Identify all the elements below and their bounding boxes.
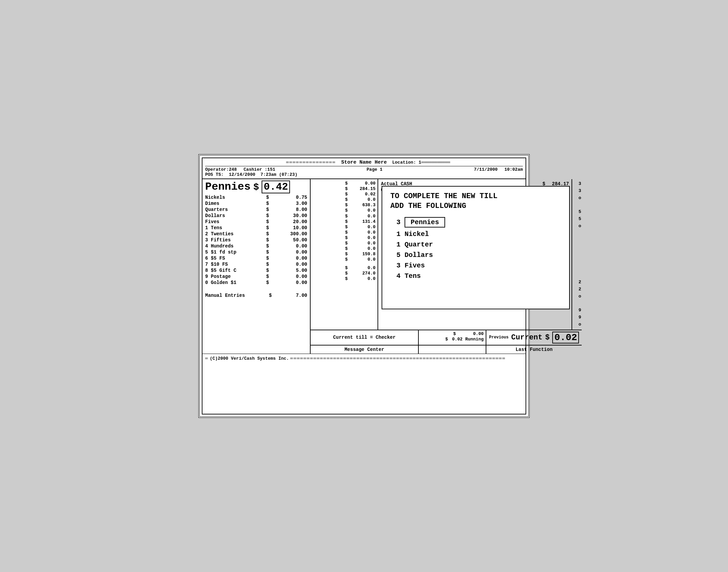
mid-row-17: $ 274.0 xyxy=(313,271,375,276)
equals-left: ═══════════════ xyxy=(205,160,336,165)
manual-entries-row: Manual Entries $ 7.00 xyxy=(205,293,307,298)
5fs-amount: 0.00 xyxy=(284,256,307,261)
golden-row: 0 Golden $1 $ 0.00 xyxy=(205,280,307,285)
fifties-label: 3 Fifties xyxy=(205,237,249,243)
popup-dollars-qty: 5 xyxy=(390,251,401,259)
far-right-5: 5 xyxy=(579,216,581,223)
message-center-label: Message Center xyxy=(344,347,384,352)
far-right-12 xyxy=(579,265,581,272)
far-right-1: 3 xyxy=(579,188,581,195)
quarters-amount: 8.00 xyxy=(284,207,307,212)
nickels-amount: 0.75 xyxy=(284,195,307,200)
datetime-info: 7/11/2000 10:02am xyxy=(474,167,523,172)
mid-row-7: $ 0.0 xyxy=(313,214,375,219)
prev-label: Previous xyxy=(489,335,509,340)
dimes-dollar: $ xyxy=(264,201,269,206)
popup-dollars-label: Dollars xyxy=(405,251,433,259)
manual-entries-label: Manual Entries xyxy=(205,293,245,298)
postage-dollar: $ xyxy=(264,274,269,279)
postage-amount: 0.00 xyxy=(284,274,307,279)
fd-stp-dollar: $ xyxy=(264,249,269,255)
current-dollar: $ xyxy=(545,333,550,342)
current-value: 0.02 xyxy=(552,332,579,343)
pennies-row: Pennies $ 0.42 xyxy=(205,181,307,193)
mid-row-5: $ 0.0 xyxy=(313,208,375,213)
far-right-17 xyxy=(579,300,581,307)
far-right-10 xyxy=(579,251,581,258)
far-right-3 xyxy=(579,201,581,209)
dollars-label: Dollars xyxy=(205,213,249,218)
popup-pennies-qty: 3 xyxy=(390,218,401,226)
mid-row-4: $ 638.3 xyxy=(313,202,375,208)
mid-row-16: $ 0.0 xyxy=(313,265,375,270)
twenties-dollar: $ xyxy=(264,231,269,237)
mid-row-11: $ 0.0 xyxy=(313,235,375,240)
right-column: $ 0.00 $ 284.15 $ 0.02 $ xyxy=(311,179,582,354)
gift-c-dollar: $ xyxy=(264,268,269,273)
footer-mid-prev: $ 0.00 xyxy=(421,331,484,336)
mid-row-15: $ 0.0 xyxy=(313,257,375,262)
inner-frame: ═══════════════ Store Name Here Location… xyxy=(202,158,526,414)
fd-stp-amount: 0.00 xyxy=(284,249,307,255)
location-part: Location: 1═══════════ xyxy=(392,160,523,165)
far-right-2: o xyxy=(579,195,581,202)
fifties-dollar: $ xyxy=(264,237,269,243)
golden-dollar: $ xyxy=(264,280,269,285)
fifties-row: 3 Fifties $ 50.00 xyxy=(205,237,307,243)
footer-mid-amounts: $ 0.00 $ 0.02 Running xyxy=(419,330,486,345)
popup-tens-label: Tens xyxy=(405,272,421,280)
far-right-4: 5 xyxy=(579,209,581,216)
hundreds-row: 4 Hundreds $ 0.00 xyxy=(205,243,307,249)
bottom-eq-left: ═ xyxy=(205,356,209,361)
mid-row-10: $ 0.0 xyxy=(313,230,375,235)
operator-value: 248 xyxy=(229,167,237,172)
checker-label: Current till = Checker xyxy=(333,335,396,340)
gift-c-row: 8 $5 Gift C $ 5.00 xyxy=(205,268,307,273)
hundreds-dollar: $ xyxy=(264,243,269,249)
page-info: Page 1 xyxy=(367,167,383,172)
main-content: Pennies $ 0.42 Nickels $ 0.75 Dimes $ 3.… xyxy=(202,179,526,354)
pos-ts-field: POS TS: 12/14/2000 7:23am (07:23) xyxy=(205,172,297,177)
10fs-amount: 0.00 xyxy=(284,262,307,267)
golden-label: 0 Golden $1 xyxy=(205,280,249,285)
dollars-dollar: $ xyxy=(264,213,269,218)
pennies-value: 0.42 xyxy=(262,181,290,193)
postage-row: 9 Postage $ 0.00 xyxy=(205,274,307,279)
fives-label: Fives xyxy=(205,219,249,224)
manual-entries-dollar: $ xyxy=(269,293,272,298)
mid-row-spacer xyxy=(313,262,375,265)
10fs-row: 7 $10 FS $ 0.00 xyxy=(205,262,307,267)
mid-row-12: $ 0.0 xyxy=(313,241,375,246)
current-label: Current xyxy=(511,333,542,342)
popup-item-quarter: 1 Quarter xyxy=(390,241,561,248)
footer-row2: Message Center Last Function xyxy=(311,345,582,354)
popup-quarter-label: Quarter xyxy=(405,241,433,248)
pos-ts-row: POS TS: 12/14/2000 7:23am (07:23) xyxy=(205,172,523,177)
10fs-label: 7 $10 FS xyxy=(205,262,249,267)
header-time: 10:02am xyxy=(504,167,523,172)
far-right-18: 9 xyxy=(579,307,581,314)
mid-row-1: $ 284.15 xyxy=(313,186,375,191)
fd-stp-row: 5 $1 fd stp $ 0.00 xyxy=(205,249,307,255)
gift-c-amount: 5.00 xyxy=(284,268,307,273)
mid-row-9: $ 0.0 xyxy=(313,224,375,230)
tens-label: 1 Tens xyxy=(205,225,249,231)
footer-mid-running: $ 0.02 Running xyxy=(421,337,484,342)
far-right-column: 3 3 o 5 5 o 2 xyxy=(572,179,582,330)
gift-c-label: 8 $5 Gift C xyxy=(205,268,249,273)
pennies-label: Pennies xyxy=(205,181,250,193)
fives-dollar: $ xyxy=(264,219,269,224)
hundreds-label: 4 Hundreds xyxy=(205,243,249,249)
far-right-16: o xyxy=(579,293,581,300)
popup-item-fives: 3 Fives xyxy=(390,262,561,269)
mid-row-8: $ 131.4 xyxy=(313,219,375,224)
popup-item-dollars: 5 Dollars xyxy=(390,251,561,259)
operator-field: Operator:248 xyxy=(205,167,237,172)
twenties-label: 2 Twenties xyxy=(205,231,249,237)
page-label: Page 1 xyxy=(367,167,383,172)
operator-info: Operator:248 Cashier :151 xyxy=(205,167,275,172)
popup-quarter-qty: 1 xyxy=(390,241,401,248)
current-till-checker: Current till = Checker xyxy=(311,330,419,345)
far-right-20: o xyxy=(579,321,581,328)
popup-overlay: TO COMPLETE THE NEW TILL ADD THE FOLLOWI… xyxy=(382,186,570,309)
